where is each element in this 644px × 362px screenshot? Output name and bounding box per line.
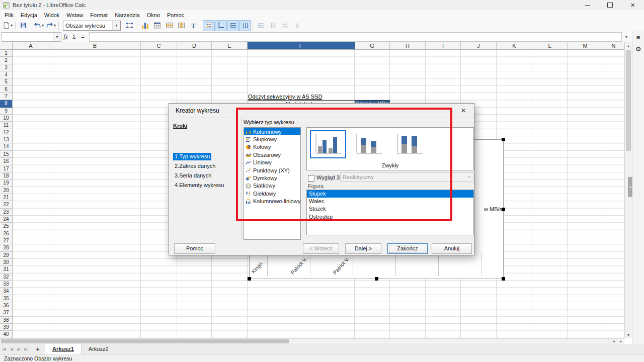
menu-item-okno[interactable]: Okno bbox=[143, 11, 164, 19]
chart-type-option[interactable]: Kolumnowo-liniowy bbox=[244, 198, 300, 205]
sidebar-properties-icon[interactable]: ⚙ bbox=[633, 44, 643, 54]
row-header-15[interactable]: 15 bbox=[0, 151, 13, 158]
format-selection-button[interactable] bbox=[123, 20, 135, 31]
data-table-button[interactable] bbox=[151, 20, 163, 31]
cancel-button[interactable]: Anuluj bbox=[432, 243, 472, 254]
chart-type-option[interactable]: Siatkowy bbox=[244, 182, 300, 190]
function-wizard-button[interactable]: fx bbox=[61, 32, 70, 41]
row-header-39[interactable]: 39 bbox=[0, 324, 13, 331]
chart-type-option[interactable]: Kolumnowy bbox=[244, 128, 300, 135]
row-header-6[interactable]: 6 bbox=[0, 86, 13, 93]
formula-button[interactable]: = bbox=[78, 32, 87, 41]
save-button[interactable] bbox=[17, 20, 29, 31]
insert-titles-button[interactable]: T bbox=[187, 20, 199, 31]
row-header-13[interactable]: 13 bbox=[0, 136, 13, 143]
wizard-step-3[interactable]: 3.Seria danych bbox=[173, 172, 213, 179]
look-3d-label[interactable]: Wygląd 3D bbox=[316, 174, 344, 180]
menu-item-plik[interactable]: Plik bbox=[1, 11, 17, 19]
row-header-27[interactable]: 27 bbox=[0, 237, 13, 244]
column-header-b[interactable]: B bbox=[49, 42, 141, 50]
row-header-16[interactable]: 16 bbox=[0, 158, 13, 165]
minimize-button[interactable] bbox=[576, 0, 599, 10]
row-header-30[interactable]: 30 bbox=[0, 259, 13, 266]
horizontal-scrollbar-thumb[interactable] bbox=[1, 339, 289, 343]
show-axes-button[interactable] bbox=[215, 20, 227, 31]
name-box[interactable]: ▾ bbox=[2, 32, 61, 42]
chart-type-option[interactable]: Słupkowy bbox=[244, 135, 300, 143]
figure-option[interactable]: Stożek bbox=[307, 205, 473, 213]
wizard-step-2[interactable]: 2.Zakres danych bbox=[173, 162, 217, 170]
menu-item-pomoc[interactable]: Pomoc bbox=[164, 11, 188, 19]
dialog-titlebar[interactable]: Kreator wykresu ✕ bbox=[169, 104, 474, 118]
subtype-stacked-tile[interactable] bbox=[351, 130, 387, 158]
menu-item-widok[interactable]: Widok bbox=[41, 11, 63, 19]
column-header-a[interactable]: A bbox=[13, 42, 49, 50]
previous-sheet-button[interactable]: ◀ bbox=[8, 347, 15, 351]
undo-button[interactable]: ▾ bbox=[33, 20, 45, 31]
select-all-corner[interactable] bbox=[0, 42, 13, 50]
row-header-21[interactable]: 21 bbox=[0, 194, 13, 201]
menu-item-narzędzia[interactable]: Narzędzia bbox=[111, 11, 143, 19]
row-header-35[interactable]: 35 bbox=[0, 295, 13, 302]
column-header-i[interactable]: I bbox=[426, 42, 461, 50]
chevron-down-icon[interactable]: ▾ bbox=[112, 21, 120, 30]
dropdown-caret-icon[interactable]: ▾ bbox=[11, 23, 13, 28]
vertical-scrollbar-thumb[interactable] bbox=[626, 50, 631, 151]
column-header-d[interactable]: D bbox=[177, 42, 212, 50]
close-button[interactable]: ✕ bbox=[621, 0, 644, 10]
chart-type-option[interactable]: Liniowy bbox=[244, 159, 300, 166]
subtype-percent-stacked-tile[interactable] bbox=[391, 130, 428, 158]
row-header-5[interactable]: 5 bbox=[0, 78, 13, 85]
row-header-38[interactable]: 38 bbox=[0, 317, 13, 324]
dialog-close-button[interactable]: ✕ bbox=[456, 106, 471, 116]
chart-type-option[interactable]: Dymkowy bbox=[244, 174, 300, 182]
selection-handle[interactable] bbox=[248, 277, 251, 281]
dropdown-caret-icon[interactable]: ▾ bbox=[42, 23, 44, 28]
row-header-11[interactable]: 11 bbox=[0, 122, 13, 129]
row-header-29[interactable]: 29 bbox=[0, 252, 13, 259]
row-header-19[interactable]: 19 bbox=[0, 179, 13, 187]
horizontal-grids-button[interactable] bbox=[227, 20, 239, 31]
back-button[interactable]: < Wstecz bbox=[303, 243, 339, 254]
new-document-button[interactable]: ▾ bbox=[2, 20, 14, 31]
figure-option[interactable]: Ostrosłup bbox=[307, 213, 473, 221]
sheet-tab-arkusz2[interactable]: Arkusz2 bbox=[82, 344, 116, 354]
column-header-m[interactable]: M bbox=[568, 42, 603, 50]
row-header-31[interactable]: 31 bbox=[0, 266, 13, 273]
row-header-4[interactable]: 4 bbox=[0, 71, 13, 78]
row-header-20[interactable]: 20 bbox=[0, 187, 13, 194]
scroll-left-icon[interactable]: ◂ bbox=[610, 339, 617, 344]
selection-handle[interactable] bbox=[502, 138, 505, 141]
chart-type-option[interactable]: Kołowy bbox=[244, 143, 300, 151]
column-header-f[interactable]: F bbox=[248, 42, 355, 50]
chart-type-option[interactable]: Punktowy (XY) bbox=[244, 166, 300, 174]
menu-item-edycja[interactable]: Edycja bbox=[17, 11, 41, 19]
dropdown-caret-icon[interactable]: ▾ bbox=[54, 23, 56, 28]
menu-item-wstaw[interactable]: Wstaw bbox=[63, 11, 87, 19]
selection-handle[interactable] bbox=[502, 208, 505, 211]
expand-formula-bar-icon[interactable]: ▾ bbox=[623, 35, 630, 39]
vertical-grids-button[interactable] bbox=[239, 20, 251, 31]
sum-button[interactable]: Σ bbox=[70, 32, 78, 41]
row-header-18[interactable]: 18 bbox=[0, 172, 13, 179]
row-header-23[interactable]: 23 bbox=[0, 209, 13, 216]
row-header-9[interactable]: 9 bbox=[0, 108, 13, 115]
chart-type-list[interactable]: KolumnowySłupkowyKołowyObszarowyLiniowyP… bbox=[244, 127, 301, 240]
wizard-step-1[interactable]: 1.Typ wykresu bbox=[173, 153, 211, 160]
row-header-40[interactable]: 40 bbox=[0, 331, 13, 338]
wizard-step-4[interactable]: 4.Elementy wykresu bbox=[173, 182, 225, 189]
formula-input[interactable] bbox=[89, 32, 622, 42]
help-button[interactable]: Pomoc bbox=[174, 243, 215, 254]
row-header-7[interactable]: 7 bbox=[0, 93, 13, 100]
sidebar-toggle-button[interactable]: ◂ bbox=[628, 177, 632, 197]
row-header-1[interactable]: 1 bbox=[0, 50, 13, 57]
row-header-37[interactable]: 37 bbox=[0, 309, 13, 316]
selection-handle[interactable] bbox=[502, 277, 505, 281]
redo-button[interactable]: ▾ bbox=[45, 20, 57, 31]
next-button[interactable]: Dalej > bbox=[345, 243, 381, 254]
row-header-10[interactable]: 10 bbox=[0, 115, 13, 122]
sidebar-settings-icon[interactable]: ≡ bbox=[633, 32, 643, 42]
column-header-j[interactable]: J bbox=[461, 42, 497, 50]
scroll-down-icon[interactable]: ▼ bbox=[625, 331, 632, 338]
row-header-24[interactable]: 24 bbox=[0, 216, 13, 223]
